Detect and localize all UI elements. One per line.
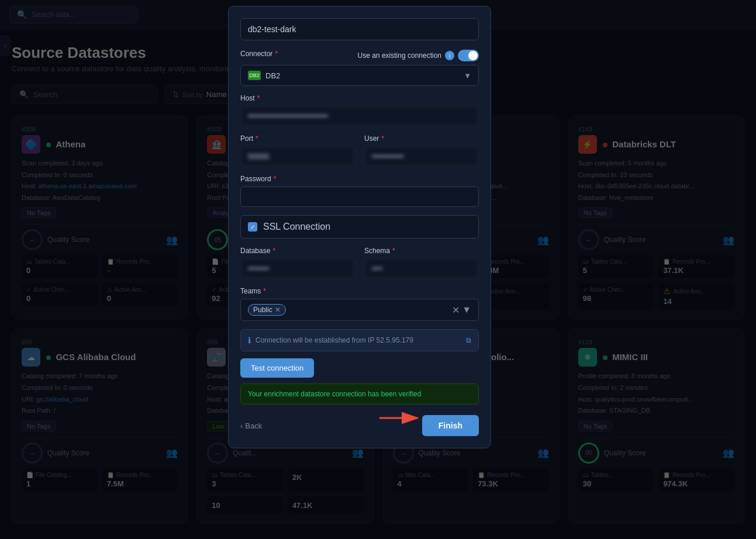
connector-label: Connector * bbox=[240, 50, 278, 58]
required-marker: * bbox=[256, 134, 258, 143]
teams-label: Teams * bbox=[240, 287, 479, 295]
password-input[interactable] bbox=[240, 186, 479, 207]
port-group: Port * bbox=[240, 134, 355, 167]
user-group: User * bbox=[364, 134, 479, 167]
success-message: Your enrichment datastore connection has… bbox=[240, 383, 479, 405]
info-icon: ℹ bbox=[248, 336, 251, 345]
team-tag-close[interactable]: ✕ bbox=[275, 306, 281, 314]
ssl-label: SSL Connection bbox=[263, 222, 330, 232]
check-mark: ✓ bbox=[250, 224, 255, 230]
teams-group: Teams * Public ✕ ✕ ▼ bbox=[240, 287, 479, 321]
schema-label: Schema * bbox=[364, 247, 479, 255]
required-marker: * bbox=[392, 247, 395, 255]
info-button[interactable]: i bbox=[445, 51, 454, 60]
connector-select[interactable]: DB2 DB2 ▼ bbox=[240, 65, 479, 86]
required-marker: * bbox=[263, 287, 266, 295]
db2-icon: DB2 bbox=[248, 71, 261, 80]
host-input[interactable] bbox=[240, 106, 479, 126]
ip-info-box: ℹ Connection will be established from IP… bbox=[240, 329, 479, 351]
clear-teams-icon[interactable]: ✕ bbox=[452, 305, 460, 316]
password-label: Password * bbox=[240, 175, 479, 183]
use-existing-toggle[interactable] bbox=[458, 50, 479, 61]
datastore-name-input[interactable] bbox=[240, 18, 479, 40]
port-user-row: Port * User * bbox=[240, 134, 479, 167]
database-label: Database * bbox=[240, 247, 355, 255]
ssl-checkbox[interactable]: ✓ bbox=[248, 222, 257, 232]
ip-info-text: Connection will be established from IP 5… bbox=[256, 336, 413, 344]
arrow-indicator bbox=[379, 409, 426, 427]
required-marker: * bbox=[257, 94, 260, 102]
dropdown-arrow: ▼ bbox=[464, 71, 471, 80]
required-marker: * bbox=[275, 50, 278, 58]
port-label: Port * bbox=[240, 134, 355, 143]
database-group: Database * bbox=[240, 247, 355, 279]
finish-button[interactable]: Finish bbox=[422, 415, 479, 436]
back-button[interactable]: ‹ Back bbox=[240, 421, 262, 430]
test-connection-button[interactable]: Test connection bbox=[240, 358, 314, 378]
connection-modal: Connector * Use an existing connection i… bbox=[228, 6, 491, 448]
required-marker: * bbox=[381, 134, 384, 143]
port-input[interactable] bbox=[240, 146, 355, 167]
user-input[interactable] bbox=[364, 146, 479, 167]
copy-icon[interactable]: ⧉ bbox=[466, 336, 471, 344]
password-group: Password * bbox=[240, 175, 479, 207]
ssl-row[interactable]: ✓ SSL Connection bbox=[240, 215, 479, 239]
host-group: Host * bbox=[240, 94, 479, 126]
required-marker: * bbox=[274, 175, 277, 183]
use-existing-connection: Use an existing connection i bbox=[358, 50, 479, 61]
teams-input[interactable]: Public ✕ ✕ ▼ bbox=[240, 299, 479, 321]
schema-input[interactable] bbox=[364, 258, 479, 279]
team-tag-public: Public ✕ bbox=[248, 304, 286, 316]
schema-group: Schema * bbox=[364, 247, 479, 279]
required-marker: * bbox=[272, 247, 275, 255]
back-arrow-icon: ‹ bbox=[240, 421, 243, 430]
database-schema-row: Database * Schema * bbox=[240, 247, 479, 279]
modal-footer: ‹ Back Finish bbox=[240, 413, 479, 436]
host-label: Host * bbox=[240, 94, 479, 102]
dropdown-teams-icon[interactable]: ▼ bbox=[462, 305, 471, 316]
database-input[interactable] bbox=[240, 258, 355, 279]
toggle-knob bbox=[468, 51, 478, 60]
user-label: User * bbox=[364, 134, 479, 143]
